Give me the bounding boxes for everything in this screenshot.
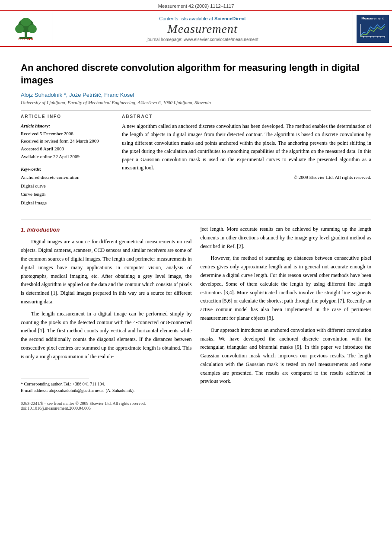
footer-bottom: 0263-2241/$ – see front matter © 2009 El…: [21, 399, 371, 411]
intro-para-4: However, the method of summing up distan…: [201, 254, 372, 322]
intro-para-5: Our approach introduces an anchored conv…: [201, 326, 372, 386]
intro-heading: 1. Introduction: [21, 225, 192, 234]
article-history: Article history: Received 5 December 200…: [21, 122, 112, 160]
article-authors: Alojz Suhadolnik *, Jože Petrišič, Franc…: [21, 92, 371, 98]
footer-doi: doi:10.1016/j.measurement.2009.04.005: [21, 406, 371, 411]
article-content: An anchored discrete convolution algorit…: [0, 47, 392, 417]
measurement-logo-title: Measurement: [361, 16, 384, 20]
keyword-3: Curve length: [21, 190, 112, 199]
intro-para-2: The length measurement in a digital imag…: [21, 310, 192, 361]
page: Measurement 42 (2009) 1112–1117: [0, 0, 392, 535]
header-band: ELSEVIER Contents lists available at Sci…: [0, 10, 392, 47]
abstract-col: ABSTRACT A new algorithm called an ancho…: [122, 114, 371, 213]
journal-title: Measurement: [167, 22, 237, 36]
elsevier-tree-icon: ELSEVIER: [11, 17, 41, 41]
accepted-date: Accepted 6 April 2009: [21, 145, 112, 153]
measurement-logo-icon: [358, 20, 387, 40]
footer-copyright: 0263-2241/$ – see front matter © 2009 El…: [21, 401, 371, 406]
science-direct-link[interactable]: ScienceDirect: [214, 16, 246, 21]
article-info-label: ARTICLE INFO: [21, 114, 112, 119]
svg-rect-1: [25, 32, 27, 38]
keyword-1: Anchored discrete convolution: [21, 173, 112, 182]
history-label: Article history:: [21, 123, 50, 128]
divider-2: [21, 220, 371, 220]
svg-rect-8: [358, 20, 387, 40]
header-center: Contents lists available at ScienceDirec…: [52, 11, 353, 46]
revised-date: Received in revised form 24 March 2009: [21, 137, 112, 145]
article-title-section: An anchored discrete convolution algorit…: [21, 62, 371, 86]
elsevier-logo: ELSEVIER: [11, 17, 41, 41]
keywords-label: Keywords:: [21, 166, 41, 172]
received-date: Received 5 December 2008: [21, 130, 112, 138]
measurement-logo: Measurement: [357, 15, 389, 43]
body-col-left: 1. Introduction Digital images are a sou…: [21, 225, 192, 394]
article-info-abstract: ARTICLE INFO Article history: Received 5…: [21, 114, 371, 213]
journal-citation: Measurement 42 (2009) 1112–1117: [158, 3, 234, 9]
online-date: Available online 22 April 2009: [21, 153, 112, 161]
footnote-divider: [21, 379, 89, 379]
intro-para-3: ject length. More accurate results can b…: [201, 225, 372, 251]
footnote-area: * Corresponding author. Tel.: +386 041 7…: [21, 379, 192, 394]
measurement-logo-container: Measurement: [353, 11, 392, 46]
abstract-text: A new algorithm called an anchored discr…: [122, 122, 371, 172]
footnote-star: * Corresponding author. Tel.: +386 041 7…: [21, 381, 192, 387]
abstract-copyright: © 2009 Elsevier Ltd. All rights reserved…: [122, 175, 371, 180]
keywords-list: Anchored discrete convolution Digital cu…: [21, 173, 112, 207]
footnote-email: E-mail address: alojz.suhadolnik@guest.a…: [21, 387, 192, 394]
svg-text:ELSEVIER: ELSEVIER: [19, 38, 34, 41]
article-info-col: ARTICLE INFO Article history: Received 5…: [21, 114, 112, 213]
science-direct-label: Contents lists available at ScienceDirec…: [159, 16, 246, 21]
divider-1: [21, 110, 371, 111]
intro-para-1: Digital images are a source for differen…: [21, 238, 192, 306]
keyword-4: Digital image: [21, 199, 112, 207]
journal-meta: Measurement 42 (2009) 1112–1117: [0, 0, 392, 10]
svg-point-4: [15, 25, 24, 33]
keyword-2: Digital curve: [21, 182, 112, 191]
article-affiliation: University of Ljubljana, Faculty of Mech…: [21, 100, 371, 105]
svg-point-6: [21, 18, 31, 26]
body-two-col: 1. Introduction Digital images are a sou…: [21, 225, 371, 394]
elsevier-logo-container: ELSEVIER: [0, 11, 52, 46]
article-title: An anchored discrete convolution algorit…: [21, 62, 371, 86]
svg-point-5: [28, 25, 37, 33]
journal-homepage: journal homepage: www.elsevier.com/locat…: [147, 37, 258, 42]
abstract-label: ABSTRACT: [122, 114, 371, 119]
body-col-right: ject length. More accurate results can b…: [201, 225, 372, 394]
keywords-block: Keywords: Anchored discrete convolution …: [21, 166, 112, 207]
